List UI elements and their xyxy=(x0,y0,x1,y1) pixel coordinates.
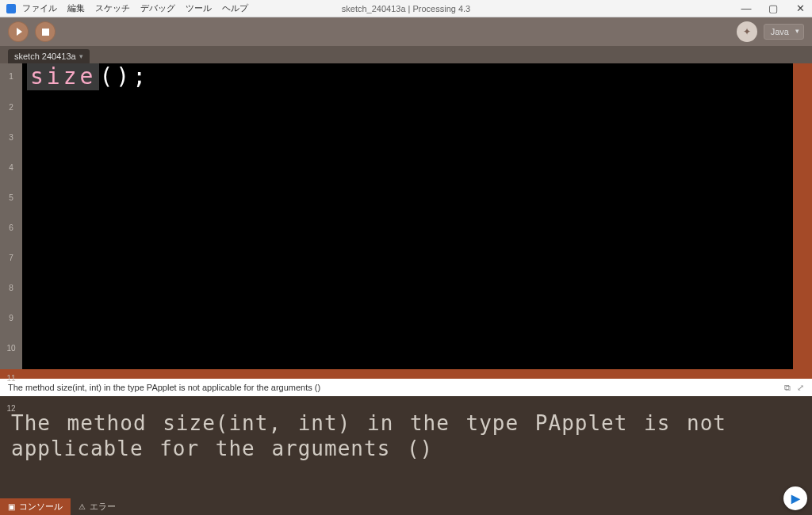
token-function: size xyxy=(27,63,99,90)
line-number: 5 xyxy=(0,183,22,213)
copy-error-icon[interactable]: ⧉ xyxy=(784,383,791,393)
editor: 1 2 3 4 5 6 7 8 9 10 11 12 size(); xyxy=(0,63,812,379)
window-controls: — ▢ ✕ xyxy=(741,2,806,14)
tab-dropdown-icon[interactable]: ▾ xyxy=(79,52,83,60)
editor-scrollbar[interactable] xyxy=(793,63,802,369)
bottom-tabs: ▣ コンソール ⚠ エラー xyxy=(0,498,812,515)
menu-items: ファイル 編集 スケッチ デバッグ ツール ヘルプ xyxy=(22,2,248,14)
tab-errors-label: エラー xyxy=(90,501,116,513)
console-icon: ▣ xyxy=(8,502,15,511)
code-area[interactable]: size(); xyxy=(22,63,793,369)
console-output: The method size(int, int) in the type PA… xyxy=(0,396,812,498)
menu-debug[interactable]: デバッグ xyxy=(140,2,175,14)
toolbar: ✦ Java xyxy=(0,17,812,46)
menu-tools[interactable]: ツール xyxy=(186,2,212,14)
play-icon xyxy=(17,28,22,36)
code-line: size(); xyxy=(27,63,149,90)
line-number: 2 xyxy=(0,93,22,123)
tab-console[interactable]: ▣ コンソール xyxy=(0,498,71,515)
line-number: 8 xyxy=(0,273,22,303)
line-gutter: 1 2 3 4 5 6 7 8 9 10 11 12 xyxy=(0,63,22,369)
line-number: 4 xyxy=(0,153,22,183)
line-number: 1 xyxy=(0,67,22,93)
error-message-short: The method size(int, int) in the type PA… xyxy=(8,383,320,392)
stop-icon xyxy=(42,29,49,36)
menubar: ファイル 編集 スケッチ デバッグ ツール ヘルプ sketch_240413a… xyxy=(0,0,812,17)
stop-button[interactable] xyxy=(35,21,56,42)
line-number: 6 xyxy=(0,213,22,243)
expand-error-icon[interactable]: ⤢ xyxy=(797,383,804,393)
line-number: 9 xyxy=(0,303,22,334)
app-icon xyxy=(6,4,16,13)
tab-console-label: コンソール xyxy=(19,501,63,513)
bubble-icon: ▶ xyxy=(791,492,800,505)
console-text: The method size(int, int) in the type PA… xyxy=(11,411,726,460)
tab-label: sketch 240413a xyxy=(14,52,76,61)
menu-sketch[interactable]: スケッチ xyxy=(95,2,130,14)
warning-icon: ⚠ xyxy=(79,502,86,511)
error-bar: The method size(int, int) in the type PA… xyxy=(0,379,812,396)
window-minimize-button[interactable]: — xyxy=(741,2,752,14)
menu-file[interactable]: ファイル xyxy=(22,2,57,14)
window-close-button[interactable]: ✕ xyxy=(795,2,806,14)
tab-row: sketch 240413a ▾ xyxy=(0,46,812,63)
menu-help[interactable]: ヘルプ xyxy=(222,2,248,14)
tab-errors[interactable]: ⚠ エラー xyxy=(71,498,124,515)
menu-edit[interactable]: 編集 xyxy=(67,2,85,14)
line-number: 3 xyxy=(0,123,22,153)
token-rest: (); xyxy=(99,63,149,90)
mode-label: Java xyxy=(771,27,789,36)
run-button[interactable] xyxy=(8,21,29,42)
mode-select[interactable]: Java xyxy=(764,24,804,40)
line-number: 10 xyxy=(0,334,22,364)
help-bubble[interactable]: ▶ xyxy=(783,486,807,510)
window-maximize-button[interactable]: ▢ xyxy=(768,2,779,14)
line-number: 7 xyxy=(0,243,22,273)
debug-icon: ✦ xyxy=(743,26,751,37)
debug-button[interactable]: ✦ xyxy=(737,21,757,42)
sketch-tab[interactable]: sketch 240413a ▾ xyxy=(8,49,90,63)
